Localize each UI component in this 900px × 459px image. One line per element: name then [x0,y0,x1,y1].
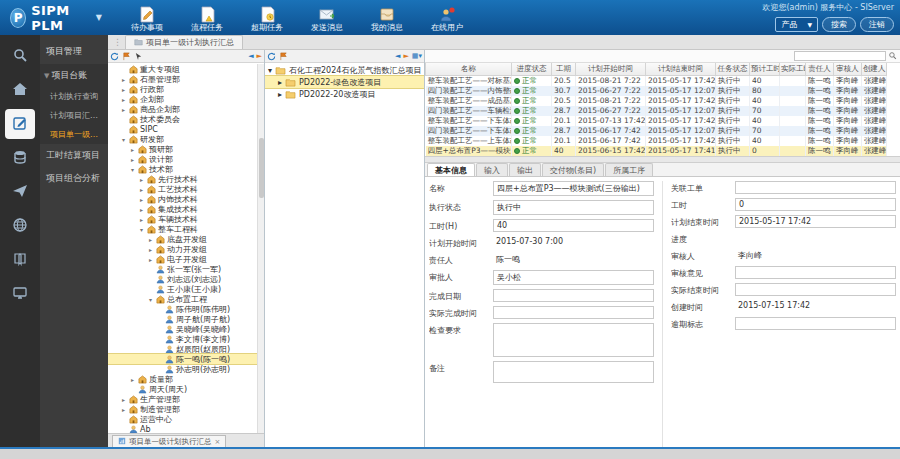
org-tree-node[interactable]: ▸设计部 [108,154,264,164]
expand-right-icon[interactable]: ► [257,52,262,60]
my-messages-button[interactable]: 我的消息 [360,1,414,34]
active-document-tab[interactable]: 项目单一级计划执行汇总 [125,35,243,49]
sidebar-item-5[interactable]: 工时结算项目 [40,144,108,167]
expand-toggle-icon[interactable]: ▾ [268,66,272,75]
expand-toggle-icon[interactable]: ▸ [138,206,145,213]
org-tree-node[interactable]: ▾整车工程科 [108,224,264,234]
expand-toggle-icon[interactable]: ▸ [120,106,127,113]
rail-database-button[interactable] [5,143,35,173]
org-tree-node[interactable]: ▾研发部 [108,134,264,144]
refresh-button[interactable] [110,52,119,61]
overdue-tasks-button[interactable]: 超期任务 [240,1,294,34]
field-value[interactable] [735,266,896,279]
expand-toggle-icon[interactable]: ▸ [120,96,127,103]
expand-toggle-icon[interactable]: ▸ [120,406,127,413]
field-value[interactable]: 2015-07-30 7:00 [493,236,654,249]
rail-monitor-button[interactable] [5,279,35,309]
field-value[interactable]: 陈一鸣 [493,253,654,266]
form-tab-3[interactable]: 交付物(条目) [542,163,604,176]
org-tree-node[interactable]: ▸制造管理部 [108,404,264,414]
form-tab-2[interactable]: 输出 [509,163,541,176]
column-header[interactable]: 创建人 [862,63,887,75]
expand-toggle-icon[interactable]: ▾ [120,136,127,143]
expand-toggle-icon[interactable]: ▸ [129,376,136,383]
send-message-button[interactable]: 发送消息 [300,1,354,34]
column-header[interactable]: 预计工时 [750,63,780,75]
org-tree-node[interactable]: Ab [108,424,264,433]
expand-toggle-icon[interactable]: ▾ [129,166,136,173]
field-value[interactable]: 40 [493,219,654,232]
collapse-left-icon[interactable]: ◄ [395,52,400,60]
expand-toggle-icon[interactable]: ▸ [147,246,154,253]
org-tree-node[interactable]: ▸工艺技术科 [108,184,264,194]
expand-toggle-icon[interactable]: ▸ [120,86,127,93]
task-row[interactable]: 整车装配工艺——下车体改进正常20.12015-07-13 17:422015-… [426,116,887,126]
process-tasks-button[interactable]: 流程任务 [180,1,234,34]
filter-flag-button[interactable] [122,52,131,61]
form-tab-0[interactable]: 基本信息 [427,163,475,176]
org-tree-node[interactable]: 周子航(周子航) [108,314,264,324]
sidebar-item-6[interactable]: 项目组合分析 [40,167,108,190]
field-value[interactable]: 李向峰 [735,249,896,262]
org-tree-node[interactable]: ▸行政部 [108,84,264,94]
rail-library-button[interactable] [5,245,35,275]
field-value[interactable]: 执行中 [493,200,654,215]
org-tree-node[interactable]: 技术委员会 [108,114,264,124]
org-tree-node[interactable]: ▸电子开发组 [108,254,264,264]
project-tree-node[interactable]: ▸PD2022-20改造项目 [265,88,424,100]
task-row[interactable]: 四层+总布置P3——模块测试正常402015-06-15 17:422015-0… [426,146,887,156]
org-tree-scrollbar[interactable] [257,64,264,433]
sidebar-item-1[interactable]: ▼项目台账 [40,64,108,87]
org-tree-node[interactable]: ▸石墨管理部 [108,74,264,84]
org-tree-node[interactable]: ▸先行技术科 [108,174,264,184]
org-tree-node[interactable]: 张一军(张一军) [108,264,264,274]
field-value[interactable] [493,361,654,383]
task-row[interactable]: 四门装配工艺——车辆检测正常28.72015-06-27 7:222015-05… [426,106,887,116]
expand-toggle-icon[interactable]: ▸ [138,216,145,223]
org-tree-node[interactable]: 吴晓峰(吴晓峰) [108,324,264,334]
expand-toggle-icon[interactable]: ▸ [120,76,127,83]
org-tree-node[interactable]: ▸生产管理部 [108,394,264,404]
expand-toggle-icon[interactable]: ▸ [129,146,136,153]
column-header[interactable]: 进度状态 [512,63,552,75]
org-tree-node[interactable]: 刘志远(刘志远) [108,274,264,284]
form-tab-4[interactable]: 所属工序 [605,163,653,176]
column-header[interactable]: 工期 [552,63,576,75]
expand-toggle-icon[interactable]: ▸ [147,236,154,243]
project-tree-node[interactable]: ▸PD2022-绿色改造项目 [265,76,424,88]
org-tree-node[interactable]: SIPC [108,124,264,134]
task-row[interactable]: 整车装配工艺——成品基准分析正常20.52015-08-21 7:222015-… [426,96,887,106]
org-tree-node[interactable]: 重大专项组 [108,64,264,74]
column-header[interactable]: 名称 [426,63,512,75]
field-value[interactable]: 2015-05-17 17:42 [735,215,896,228]
field-value[interactable]: 2015-07-15 17:42 [735,300,896,313]
refresh-button[interactable] [267,52,276,61]
table-search-input[interactable] [794,51,886,61]
field-value[interactable] [735,283,896,296]
expand-toggle-icon[interactable]: ▸ [120,396,127,403]
column-header[interactable]: 责任人 [806,63,834,75]
sidebar-item-4[interactable]: 项目单一级计划执行汇总 [40,125,108,144]
org-tree-node[interactable]: 陈伟明(陈伟明) [108,304,264,314]
org-tree-node[interactable]: 王小康(王小康) [108,284,264,294]
column-header[interactable]: 审核人 [834,63,862,75]
task-row[interactable]: 整车装配工艺——对标基准分析正常20.52015-08-21 7:222015-… [426,75,887,86]
column-header[interactable]: 计划结束时间 [646,63,716,75]
search-button[interactable]: 搜索 [822,17,856,32]
expand-toggle-icon[interactable]: ▾ [138,226,145,233]
search-icon[interactable] [888,51,897,62]
org-tree-node[interactable]: 周天(周天) [108,384,264,394]
org-tree-node[interactable]: ▸质量部 [108,374,264,384]
footer-tab[interactable]: 项目单一级计划执行汇总 × [112,435,226,447]
org-tree-node[interactable]: 赵辰阳(赵辰阳) [108,344,264,354]
column-header[interactable]: 计划开始时间 [576,63,646,75]
org-tree-node[interactable]: ▸内饰技术科 [108,194,264,204]
expand-right-icon[interactable]: ► [403,52,408,60]
logout-button[interactable]: 注销 [860,17,894,32]
org-tree-node[interactable]: ▸动力开发组 [108,244,264,254]
expand-toggle-icon[interactable]: ▾ [147,296,154,303]
product-dropdown[interactable]: 产品▼ [775,17,818,32]
column-header[interactable]: 实际工时 [780,63,806,75]
org-tree-node[interactable]: ▸车辆技术科 [108,214,264,224]
org-tree-node[interactable]: ▾总布置工程 [108,294,264,304]
